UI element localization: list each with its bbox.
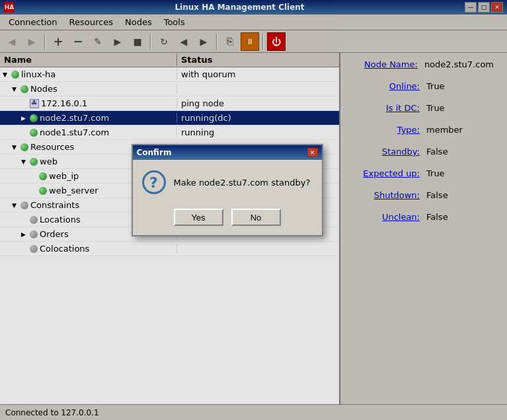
no-button[interactable]: No <box>231 209 281 226</box>
yes-button[interactable]: Yes <box>174 209 223 226</box>
dialog-message: Make node2.stu7.com standby? <box>174 178 311 188</box>
modal-overlay: Confirm ✕ ? Make node2.stu7.com standby?… <box>0 0 507 420</box>
dialog-close-button[interactable]: ✕ <box>307 148 318 157</box>
dialog-body: ? Make node2.stu7.com standby? <box>133 160 322 205</box>
confirm-dialog: Confirm ✕ ? Make node2.stu7.com standby?… <box>132 144 323 236</box>
question-icon: ? <box>142 170 166 194</box>
dialog-title: Confirm <box>137 148 172 157</box>
dialog-buttons: Yes No <box>133 205 322 235</box>
dialog-titlebar: Confirm ✕ <box>133 145 322 160</box>
